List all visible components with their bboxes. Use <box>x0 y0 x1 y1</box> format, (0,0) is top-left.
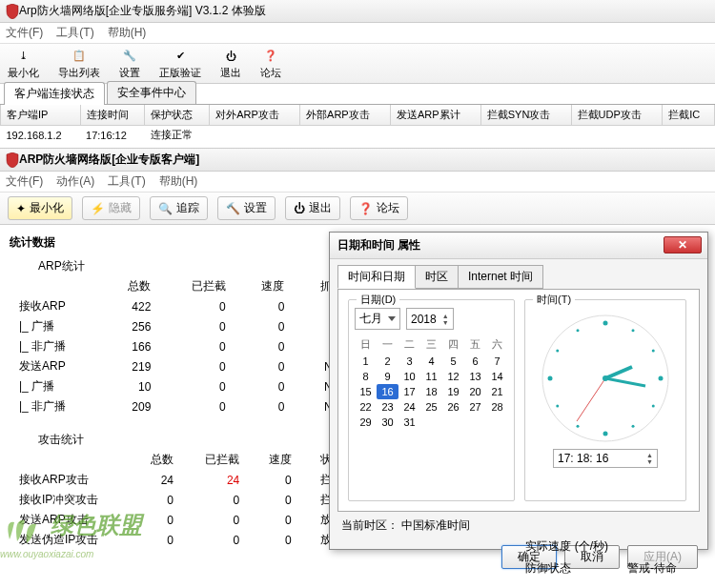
calendar-day[interactable]: 9 <box>377 369 398 384</box>
stat-row: 发送ARP21900N/A <box>10 356 353 376</box>
calendar-day[interactable]: 13 <box>464 369 486 384</box>
table-header[interactable]: 拦截IC <box>663 105 715 126</box>
stat-row: 发送ARP攻击000放行 <box>10 510 353 530</box>
attack-stat-table: 总数已拦截速度状态接收ARP攻击24240拦截接收IP冲突攻击000拦截发送AR… <box>10 450 353 550</box>
calendar-day[interactable]: 18 <box>420 384 442 399</box>
table-header[interactable]: 外部ARP攻击 <box>300 105 391 126</box>
table-header[interactable]: 客户端IP <box>1 105 81 126</box>
calendar-day[interactable]: 26 <box>442 399 464 415</box>
table-header[interactable]: 发送ARP累计 <box>390 105 480 126</box>
calendar-day[interactable]: 27 <box>464 399 486 415</box>
table-header[interactable]: 拦截SYN攻击 <box>480 105 571 126</box>
trace-button[interactable]: 🔍追踪 <box>150 196 208 220</box>
calendar-day[interactable]: 8 <box>355 369 377 384</box>
menu-tools[interactable]: 工具(T) <box>108 173 145 190</box>
table-header[interactable]: 连接时间 <box>80 105 145 126</box>
table-header[interactable]: 对外ARP攻击 <box>210 105 300 126</box>
calendar-day[interactable]: 7 <box>486 354 508 369</box>
time-spinner[interactable]: 17: 18: 16 ▲▼ <box>553 449 658 468</box>
menu-help[interactable]: 帮助(H) <box>159 173 198 190</box>
svg-point-16 <box>603 375 608 381</box>
calendar-day[interactable]: 30 <box>377 415 398 430</box>
month-select[interactable]: 七月 <box>355 308 400 330</box>
hide-button[interactable]: ⚡隐藏 <box>82 196 140 220</box>
export-button[interactable]: 📋导出列表 <box>58 48 100 80</box>
calendar-day[interactable]: 16 <box>377 384 398 399</box>
svg-point-9 <box>556 405 559 408</box>
verify-button[interactable]: ✔正版验证 <box>159 48 201 80</box>
calendar-day[interactable]: 23 <box>377 399 398 415</box>
stat-row: |_ 广播256000 <box>10 316 353 336</box>
exit-button[interactable]: ⏻退出 <box>285 196 340 220</box>
close-button[interactable]: ✕ <box>664 236 702 253</box>
arp-stat-table: 总数已拦截速度抓包接收ARP422000|_ 广播256000|_ 非广播166… <box>10 276 353 416</box>
menu-file[interactable]: 文件(F) <box>6 25 43 41</box>
calendar-day[interactable]: 1 <box>355 354 377 369</box>
calendar-day[interactable]: 10 <box>398 369 420 384</box>
minimize-button[interactable]: ✦最小化 <box>8 196 72 220</box>
minimize-icon: ⤓ <box>15 48 32 65</box>
calendar-day[interactable]: 17 <box>398 384 420 399</box>
forum-button[interactable]: ❓论坛 <box>260 48 281 80</box>
calendar-day[interactable]: 28 <box>486 399 508 415</box>
calendar-day[interactable]: 21 <box>486 384 508 399</box>
calendar-day[interactable]: 20 <box>464 384 486 399</box>
calendar-day[interactable]: 5 <box>442 354 464 369</box>
year-spinner[interactable]: 2018▲▼ <box>406 308 454 330</box>
calendar-day[interactable]: 19 <box>442 384 464 399</box>
tab-timezone[interactable]: 时区 <box>415 265 459 289</box>
stat-row: |_ 广播1000N/A <box>10 376 353 396</box>
calendar-day[interactable]: 2 <box>377 354 398 369</box>
calendar-day <box>486 415 508 430</box>
tab-internet-time[interactable]: Internet 时间 <box>458 265 543 289</box>
star-icon: ✦ <box>16 202 26 215</box>
svg-point-3 <box>652 350 655 353</box>
dialog-titlebar: 日期和时间 属性 ✕ <box>330 233 707 259</box>
server-tabs: 客户端连接状态 安全事件中心 <box>0 84 715 105</box>
dialog-title: 日期和时间 属性 <box>337 237 420 253</box>
calendar-day[interactable]: 29 <box>355 415 377 430</box>
menu-file[interactable]: 文件(F) <box>6 173 43 190</box>
client-titlebar: ARP防火墙网络版[企业专版客户端] <box>0 149 715 172</box>
calendar-day[interactable]: 6 <box>464 354 486 369</box>
svg-point-5 <box>652 405 655 408</box>
exit-button[interactable]: ⏻退出 <box>220 48 241 80</box>
settings-button[interactable]: 🔨设置 <box>217 196 276 220</box>
tab-datetime[interactable]: 时间和日期 <box>337 265 416 289</box>
client-toolbar: ✦最小化 ⚡隐藏 🔍追踪 🔨设置 ⏻退出 ❓论坛 <box>0 193 715 225</box>
svg-point-2 <box>632 329 635 332</box>
menu-action[interactable]: 动作(A) <box>56 173 94 190</box>
table-header[interactable]: 拦截UDP攻击 <box>571 105 663 126</box>
date-legend: 日期(D) <box>357 293 399 307</box>
table-row[interactable]: 192.168.1.217:16:12连接正常 <box>1 126 715 145</box>
svg-point-1 <box>603 321 608 326</box>
stat-row: |_ 非广播20900N/A <box>10 396 353 416</box>
client-table: 客户端IP连接时间保护状态对外ARP攻击外部ARP攻击发送ARP累计拦截SYN攻… <box>0 105 715 144</box>
menu-help[interactable]: 帮助(H) <box>108 25 147 41</box>
minimize-button[interactable]: ⤓最小化 <box>8 48 39 80</box>
calendar-day[interactable]: 11 <box>420 369 442 384</box>
forum-button[interactable]: ❓论坛 <box>350 196 408 220</box>
lightning-icon: ⚡ <box>91 202 105 215</box>
server-menubar: 文件(F) 工具(T) 帮助(H) <box>0 23 715 44</box>
tab-client-status[interactable]: 客户端连接状态 <box>4 82 105 105</box>
time-legend: 时间(T) <box>533 293 575 307</box>
calendar-day[interactable]: 24 <box>398 399 420 415</box>
calendar-day[interactable]: 12 <box>442 369 464 384</box>
menu-tools[interactable]: 工具(T) <box>56 25 93 41</box>
settings-button[interactable]: 🔧设置 <box>119 48 140 80</box>
svg-point-10 <box>548 376 553 381</box>
calendar-day <box>442 415 464 430</box>
calendar-day[interactable]: 14 <box>486 369 508 384</box>
svg-point-7 <box>603 432 608 436</box>
calendar-day[interactable]: 4 <box>420 354 442 369</box>
calendar-day[interactable]: 22 <box>355 399 377 415</box>
server-title: Arp防火墙网络版[企业专版服务端] V3.1.2 体验版 <box>19 3 266 19</box>
calendar-day[interactable]: 15 <box>355 384 377 399</box>
calendar[interactable]: 日一二三四五六123456789101112131415161718192021… <box>355 335 508 430</box>
tab-security-events[interactable]: 安全事件中心 <box>107 81 196 104</box>
calendar-day[interactable]: 31 <box>398 415 420 430</box>
calendar-day[interactable]: 3 <box>398 354 420 369</box>
calendar-day[interactable]: 25 <box>420 399 442 415</box>
table-header[interactable]: 保护状态 <box>145 105 210 126</box>
